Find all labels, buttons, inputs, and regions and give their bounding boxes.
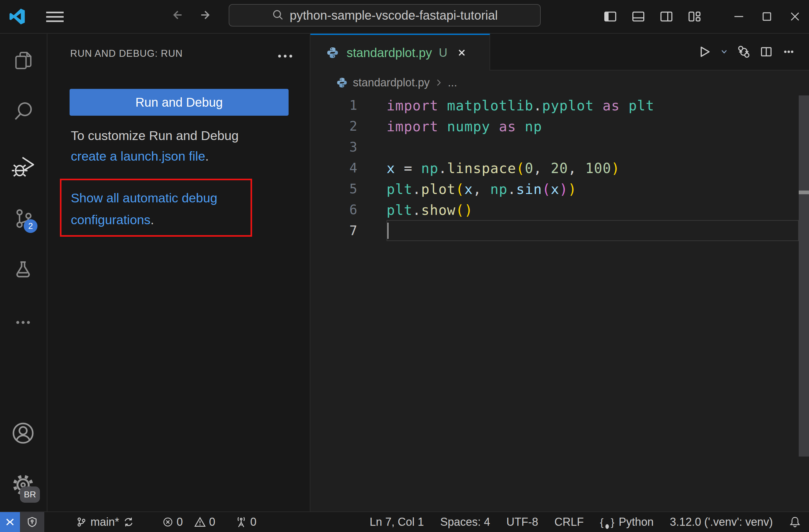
account-icon[interactable] [11, 421, 36, 446]
open-changes-icon[interactable] [735, 41, 753, 63]
code-token: 20 [551, 160, 568, 176]
show-debug-configs-link[interactable]: Show all automatic debugconfigurations [71, 191, 218, 227]
code-token [482, 181, 490, 197]
code-token: ) [568, 181, 577, 197]
code-line[interactable]: 3 [310, 137, 809, 158]
branch-name: main* [90, 515, 119, 529]
menu-hamburger-icon[interactable] [46, 11, 64, 23]
toggle-secondary-sidebar-icon[interactable] [652, 0, 681, 33]
split-editor-icon[interactable] [757, 41, 775, 63]
python-file-icon [336, 77, 348, 89]
code-token [438, 118, 447, 134]
code-token: . [438, 160, 447, 176]
code-token: = [404, 160, 412, 176]
braces-icon: {} [600, 515, 614, 529]
code-token: ( [542, 181, 551, 197]
run-python-file-icon[interactable] [695, 41, 713, 63]
breadcrumbs[interactable]: standardplot.py ... [310, 70, 809, 95]
code-text: import numpy as np [386, 118, 542, 134]
code-token: , [473, 181, 482, 197]
tab-label: standardplot.py [347, 46, 432, 60]
breadcrumb-file[interactable]: standardplot.py [353, 76, 430, 89]
code-line[interactable]: 5plt.plot(x, np.sin(x)) [310, 178, 809, 199]
remote-indicator[interactable] [0, 512, 20, 532]
vscode-logo-icon [9, 8, 25, 25]
problems-status-item[interactable]: 0 0 [162, 515, 215, 529]
code-token: plt [629, 97, 654, 113]
code-token: as [602, 97, 620, 113]
python-interpreter-item[interactable]: 3.12.0 ('.venv': venv) [670, 515, 773, 529]
run-dropdown-chevron-icon[interactable] [718, 41, 730, 63]
code-token: x [464, 181, 473, 197]
branch-status-item[interactable]: main* [75, 515, 134, 529]
line-number: 6 [310, 202, 357, 217]
editor-actions [490, 34, 809, 70]
code-token: np [525, 118, 542, 134]
code-token: . [412, 181, 421, 197]
code-token: ( [516, 160, 525, 176]
language-mode-item[interactable]: {} Python [600, 515, 654, 529]
ports-status-item[interactable]: 0 [235, 515, 256, 529]
code-token [594, 97, 603, 113]
run-and-debug-button[interactable]: Run and Debug [70, 89, 289, 116]
window-maximize-icon[interactable] [753, 0, 781, 33]
line-number: 7 [310, 223, 357, 238]
tab-close-icon[interactable] [456, 47, 467, 58]
code-token: . [534, 97, 542, 113]
notifications-bell-icon[interactable] [789, 516, 801, 528]
explorer-icon[interactable] [11, 48, 36, 73]
line-number: 3 [310, 139, 357, 155]
error-count: 0 [177, 515, 183, 529]
line-number: 2 [310, 119, 357, 134]
vscode-window: python-sample-vscode-fastapi-tutorial [0, 0, 809, 532]
scrollbar-thumb[interactable] [799, 95, 809, 457]
code-token [438, 97, 447, 113]
code-line[interactable]: 4x = np.linspace(0, 20, 100) [310, 158, 809, 178]
run-and-debug-panel: RUN AND DEBUG: RUN Run and Debug To cust… [48, 34, 310, 511]
code-token [620, 97, 629, 113]
title-bar: python-sample-vscode-fastapi-tutorial [0, 0, 809, 34]
code-text: plt.show() [386, 202, 473, 218]
git-branch-icon [75, 516, 87, 528]
search-view-icon[interactable] [11, 99, 36, 124]
breadcrumb-symbol[interactable]: ... [448, 76, 457, 89]
code-text: plt.plot(x, np.sin(x)) [386, 181, 576, 197]
testing-icon[interactable] [11, 258, 36, 283]
toggle-primary-sidebar-icon[interactable] [596, 0, 624, 33]
code-token: matplotlib [447, 97, 534, 113]
navigate-forward-icon[interactable] [199, 8, 212, 22]
eol-item[interactable]: CRLF [554, 515, 584, 529]
code-token: import [386, 97, 438, 113]
navigate-back-icon[interactable] [170, 8, 184, 22]
indentation-item[interactable]: Spaces: 4 [440, 515, 490, 529]
code-line[interactable]: 2import numpy as np [310, 116, 809, 137]
cursor-position-item[interactable]: Ln 7, Col 1 [370, 515, 424, 529]
panel-more-actions-icon[interactable] [277, 50, 293, 63]
toggle-panel-icon[interactable] [624, 0, 652, 33]
code-token: ( [456, 202, 465, 218]
code-lines: 1import matplotlib.pyplot as plt2import … [310, 95, 809, 241]
code-token: plot [421, 181, 456, 197]
code-token: plt [386, 181, 412, 197]
code-token: . [412, 202, 421, 218]
tab-standardplot[interactable]: standardplot.py U [310, 34, 490, 70]
create-launch-json-link[interactable]: create a launch.json file [71, 149, 205, 163]
code-line[interactable]: 6plt.show() [310, 199, 809, 220]
window-close-icon[interactable] [781, 0, 809, 33]
editor-more-actions-icon[interactable] [780, 41, 798, 63]
git-untracked-indicator: U [439, 46, 447, 59]
more-views-icon[interactable] [11, 310, 36, 335]
command-center-search[interactable]: python-sample-vscode-fastapi-tutorial [229, 4, 541, 26]
window-minimize-icon[interactable] [725, 0, 753, 33]
text-cursor [388, 223, 389, 239]
run-and-debug-icon[interactable] [11, 153, 36, 177]
hint-text: To customize Run and Debug [71, 128, 239, 143]
code-token: , [534, 160, 542, 176]
customize-hint: To customize Run and Debug create a laun… [71, 125, 239, 166]
code-line[interactable]: 1import matplotlib.pyplot as plt [310, 95, 809, 116]
highlight-rectangle: Show all automatic debugconfigurations. [60, 179, 252, 237]
encoding-item[interactable]: UTF-8 [506, 515, 538, 529]
workspace-trust-shield-icon[interactable] [20, 512, 44, 532]
customize-layout-icon[interactable] [681, 0, 708, 33]
code-token: ) [611, 160, 620, 176]
